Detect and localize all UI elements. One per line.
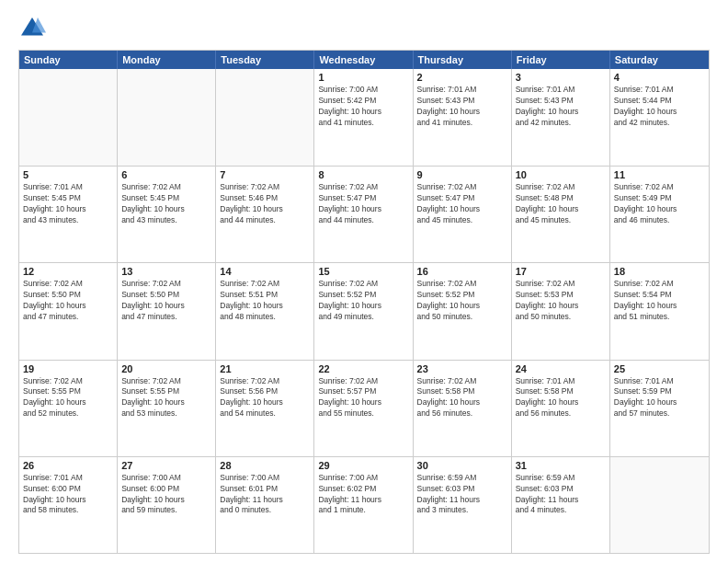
day-info: Sunrise: 7:02 AM Sunset: 5:47 PM Dayligh… (318, 182, 408, 226)
day-info: Sunrise: 6:59 AM Sunset: 6:03 PM Dayligh… (417, 473, 507, 517)
day-info: Sunrise: 7:01 AM Sunset: 5:59 PM Dayligh… (614, 376, 705, 420)
day-number: 14 (220, 266, 310, 277)
day-info: Sunrise: 7:02 AM Sunset: 5:48 PM Dayligh… (516, 182, 606, 226)
calendar-body: 1Sunrise: 7:00 AM Sunset: 5:42 PM Daylig… (19, 69, 709, 553)
calendar-cell (610, 457, 709, 553)
day-info: Sunrise: 7:02 AM Sunset: 5:51 PM Dayligh… (220, 279, 310, 323)
day-number: 24 (516, 363, 606, 374)
day-number: 7 (220, 169, 310, 180)
day-info: Sunrise: 7:02 AM Sunset: 5:49 PM Dayligh… (614, 182, 705, 226)
header-day-sunday: Sunday (19, 51, 118, 69)
day-info: Sunrise: 7:02 AM Sunset: 5:57 PM Dayligh… (318, 376, 408, 420)
calendar-cell: 23Sunrise: 7:02 AM Sunset: 5:58 PM Dayli… (414, 361, 512, 456)
calendar-cell: 20Sunrise: 7:02 AM Sunset: 5:55 PM Dayli… (118, 361, 216, 456)
calendar-week-1: 1Sunrise: 7:00 AM Sunset: 5:42 PM Daylig… (19, 69, 709, 166)
day-info: Sunrise: 7:02 AM Sunset: 5:47 PM Dayligh… (417, 182, 507, 226)
header-day-tuesday: Tuesday (216, 51, 314, 69)
day-number: 3 (516, 72, 606, 83)
day-number: 6 (121, 169, 211, 180)
day-info: Sunrise: 7:00 AM Sunset: 5:42 PM Dayligh… (318, 85, 408, 129)
calendar-cell: 28Sunrise: 7:00 AM Sunset: 6:01 PM Dayli… (216, 457, 314, 553)
day-number: 29 (318, 460, 408, 471)
calendar-cell: 4Sunrise: 7:01 AM Sunset: 5:44 PM Daylig… (610, 69, 709, 166)
day-info: Sunrise: 7:01 AM Sunset: 5:43 PM Dayligh… (516, 85, 606, 129)
day-number: 21 (220, 363, 310, 374)
day-info: Sunrise: 7:02 AM Sunset: 5:54 PM Dayligh… (614, 279, 705, 323)
day-number: 1 (318, 72, 408, 83)
day-info: Sunrise: 7:01 AM Sunset: 5:43 PM Dayligh… (417, 85, 507, 129)
day-info: Sunrise: 7:00 AM Sunset: 6:01 PM Dayligh… (220, 473, 310, 517)
calendar-cell: 7Sunrise: 7:02 AM Sunset: 5:46 PM Daylig… (216, 167, 314, 262)
header-day-monday: Monday (118, 51, 216, 69)
day-number: 12 (23, 266, 113, 277)
calendar-cell: 1Sunrise: 7:00 AM Sunset: 5:42 PM Daylig… (314, 69, 413, 166)
page: SundayMondayTuesdayWednesdayThursdayFrid… (0, 0, 728, 563)
day-info: Sunrise: 7:02 AM Sunset: 5:56 PM Dayligh… (220, 376, 310, 420)
calendar-cell: 21Sunrise: 7:02 AM Sunset: 5:56 PM Dayli… (216, 361, 314, 456)
calendar-cell: 10Sunrise: 7:02 AM Sunset: 5:48 PM Dayli… (512, 167, 610, 262)
calendar-cell: 18Sunrise: 7:02 AM Sunset: 5:54 PM Dayli… (610, 263, 709, 359)
header (18, 15, 710, 42)
day-info: Sunrise: 7:02 AM Sunset: 5:58 PM Dayligh… (417, 376, 507, 420)
calendar-cell: 9Sunrise: 7:02 AM Sunset: 5:47 PM Daylig… (414, 167, 512, 262)
calendar-cell: 29Sunrise: 7:00 AM Sunset: 6:02 PM Dayli… (314, 457, 413, 553)
calendar-cell (118, 69, 216, 166)
calendar-cell (216, 69, 314, 166)
calendar-cell: 17Sunrise: 7:02 AM Sunset: 5:53 PM Dayli… (512, 263, 610, 359)
day-info: Sunrise: 7:01 AM Sunset: 5:45 PM Dayligh… (23, 182, 113, 226)
day-number: 13 (121, 266, 211, 277)
day-number: 27 (121, 460, 211, 471)
calendar-cell: 14Sunrise: 7:02 AM Sunset: 5:51 PM Dayli… (216, 263, 314, 359)
day-info: Sunrise: 7:01 AM Sunset: 5:58 PM Dayligh… (516, 376, 606, 420)
calendar-week-4: 19Sunrise: 7:02 AM Sunset: 5:55 PM Dayli… (19, 360, 709, 456)
calendar-cell (19, 69, 118, 166)
logo (18, 15, 50, 42)
day-number: 17 (516, 266, 606, 277)
calendar-cell: 8Sunrise: 7:02 AM Sunset: 5:47 PM Daylig… (314, 167, 413, 262)
calendar-cell: 31Sunrise: 6:59 AM Sunset: 6:03 PM Dayli… (512, 457, 610, 553)
day-info: Sunrise: 7:00 AM Sunset: 6:00 PM Dayligh… (121, 473, 211, 517)
day-number: 19 (23, 363, 113, 374)
calendar-week-5: 26Sunrise: 7:01 AM Sunset: 6:00 PM Dayli… (19, 456, 709, 553)
calendar-cell: 15Sunrise: 7:02 AM Sunset: 5:52 PM Dayli… (314, 263, 413, 359)
calendar-cell: 6Sunrise: 7:02 AM Sunset: 5:45 PM Daylig… (118, 167, 216, 262)
day-number: 8 (318, 169, 408, 180)
day-info: Sunrise: 7:02 AM Sunset: 5:45 PM Dayligh… (121, 182, 211, 226)
calendar-cell: 12Sunrise: 7:02 AM Sunset: 5:50 PM Dayli… (19, 263, 118, 359)
day-number: 10 (516, 169, 606, 180)
day-number: 9 (417, 169, 507, 180)
calendar-cell: 30Sunrise: 6:59 AM Sunset: 6:03 PM Dayli… (414, 457, 512, 553)
day-info: Sunrise: 7:02 AM Sunset: 5:55 PM Dayligh… (121, 376, 211, 420)
day-number: 30 (417, 460, 507, 471)
calendar-cell: 25Sunrise: 7:01 AM Sunset: 5:59 PM Dayli… (610, 361, 709, 456)
day-info: Sunrise: 7:01 AM Sunset: 6:00 PM Dayligh… (23, 473, 113, 517)
calendar-cell: 22Sunrise: 7:02 AM Sunset: 5:57 PM Dayli… (314, 361, 413, 456)
calendar-header: SundayMondayTuesdayWednesdayThursdayFrid… (19, 51, 709, 69)
header-day-friday: Friday (512, 51, 610, 69)
calendar-week-2: 5Sunrise: 7:01 AM Sunset: 5:45 PM Daylig… (19, 166, 709, 262)
day-number: 4 (614, 72, 705, 83)
day-info: Sunrise: 6:59 AM Sunset: 6:03 PM Dayligh… (516, 473, 606, 517)
header-day-thursday: Thursday (414, 51, 512, 69)
calendar-cell: 2Sunrise: 7:01 AM Sunset: 5:43 PM Daylig… (414, 69, 512, 166)
day-number: 20 (121, 363, 211, 374)
day-info: Sunrise: 7:02 AM Sunset: 5:50 PM Dayligh… (121, 279, 211, 323)
calendar-cell: 13Sunrise: 7:02 AM Sunset: 5:50 PM Dayli… (118, 263, 216, 359)
day-number: 5 (23, 169, 113, 180)
header-day-wednesday: Wednesday (314, 51, 413, 69)
calendar-cell: 11Sunrise: 7:02 AM Sunset: 5:49 PM Dayli… (610, 167, 709, 262)
day-info: Sunrise: 7:01 AM Sunset: 5:44 PM Dayligh… (614, 85, 705, 129)
day-number: 23 (417, 363, 507, 374)
logo-icon (18, 15, 46, 42)
day-number: 31 (516, 460, 606, 471)
header-day-saturday: Saturday (610, 51, 709, 69)
day-number: 18 (614, 266, 705, 277)
day-number: 11 (614, 169, 705, 180)
calendar-cell: 16Sunrise: 7:02 AM Sunset: 5:52 PM Dayli… (414, 263, 512, 359)
day-info: Sunrise: 7:00 AM Sunset: 6:02 PM Dayligh… (318, 473, 408, 517)
day-info: Sunrise: 7:02 AM Sunset: 5:52 PM Dayligh… (318, 279, 408, 323)
day-number: 15 (318, 266, 408, 277)
calendar-cell: 3Sunrise: 7:01 AM Sunset: 5:43 PM Daylig… (512, 69, 610, 166)
day-info: Sunrise: 7:02 AM Sunset: 5:53 PM Dayligh… (516, 279, 606, 323)
day-info: Sunrise: 7:02 AM Sunset: 5:55 PM Dayligh… (23, 376, 113, 420)
